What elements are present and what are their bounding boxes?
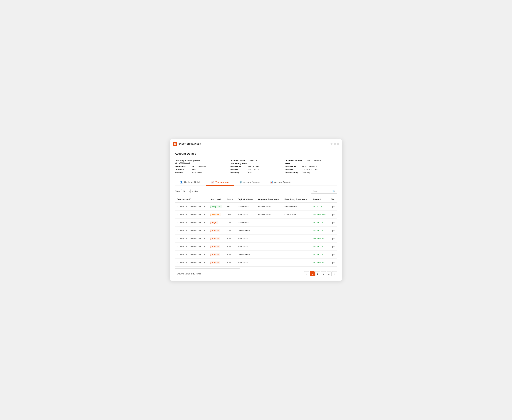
cell-beneficiary-bank xyxy=(282,219,310,227)
scrollbar-hint[interactable] xyxy=(175,268,240,269)
table-row[interactable]: CODVST00000000000000715 High 210 Kevin B… xyxy=(175,219,337,227)
cell-account: +50000.00$ xyxy=(310,219,329,227)
table-row[interactable]: CODVST00000000000000715 Critical 430 Ann… xyxy=(175,259,337,267)
tab-customer-details[interactable]: 👤 Customer Details xyxy=(175,179,206,186)
bank-name-right-row: Bank Name : TR00000000001 xyxy=(285,165,337,167)
cell-score: 210 xyxy=(225,219,235,227)
customer-details-icon: 👤 xyxy=(180,180,183,183)
window-minimize[interactable] xyxy=(334,143,336,145)
cell-originator-bank: Finance Bank xyxy=(256,211,282,219)
cell-alert-level: Critical xyxy=(208,243,225,251)
cell-transaction-id: CODVST00000000000000715 xyxy=(175,211,208,219)
window-close[interactable] xyxy=(331,143,332,145)
logo-icon: S xyxy=(173,142,177,146)
alert-badge: Critical xyxy=(211,245,220,248)
cell-originator-bank xyxy=(256,227,282,235)
cell-score: 430 xyxy=(225,259,235,267)
bank-country-row: Bank Country : Germany xyxy=(285,171,337,173)
table-row[interactable]: CODVST00000000000000715 Critical 430 Ann… xyxy=(175,243,337,251)
bank-city-row: Bank City : Berlin xyxy=(230,171,282,173)
currency-label: Currency xyxy=(175,168,189,171)
page-next-btn[interactable]: › xyxy=(332,271,337,276)
cell-status: Ope xyxy=(329,251,337,259)
cell-alert-level: Critical xyxy=(208,259,225,267)
table-row[interactable]: CODVST00000000000000715 Very Low 50 Kevi… xyxy=(175,202,337,211)
bank-name-right-value: TR00000000001 xyxy=(302,165,317,167)
account-analysis-icon: 📊 xyxy=(270,180,273,183)
search-box: 🔍 xyxy=(311,189,337,194)
table-footer: Showing 1 to 10 of 10 entries ‹ 1 2 3 ..… xyxy=(175,271,337,276)
customer-number-value: CD00000000001 xyxy=(306,159,321,162)
cell-transaction-id: CODVST00000000000000715 xyxy=(175,243,208,251)
cell-alert-level: Medium xyxy=(208,211,225,219)
cell-transaction-id: CODVST00000000000000715 xyxy=(175,251,208,259)
page-1-btn[interactable]: 1 xyxy=(310,271,315,276)
bank-name-mid-value: Finance Bank xyxy=(247,165,259,167)
cell-account: +42000.00$ xyxy=(310,243,329,251)
table-controls: Show 10 25 50 100 entries 🔍 xyxy=(175,189,337,194)
account-balance-icon: ⚙️ xyxy=(239,180,242,183)
table-row[interactable]: CODVST00000000000000715 Medium 150 Anna … xyxy=(175,211,337,219)
account-section-left: Checking Account (EURO) CDTL0000000001 A… xyxy=(175,159,227,174)
bank-name-mid-label: Bank Name xyxy=(230,165,244,167)
app-logo: S SANCTION SCANNER xyxy=(173,142,201,146)
account-info: Checking Account (EURO) CDTL0000000001 A… xyxy=(175,159,337,174)
page-2-btn[interactable]: 2 xyxy=(315,271,320,276)
page-3-btn[interactable]: 3 xyxy=(321,271,326,276)
page-prev-btn[interactable]: ‹ xyxy=(304,271,309,276)
cell-status: Ope xyxy=(329,259,337,267)
iban-row: IBAN : ** xyxy=(285,162,337,165)
tab-account-analysis-label: Account Analysis xyxy=(274,181,291,183)
col-beneficiary-bank: Beneficiary Bank Name xyxy=(282,196,310,202)
page-dots-btn[interactable]: ... xyxy=(327,271,331,276)
cell-originator-name: Anna White xyxy=(235,211,256,219)
cell-account: +650000.00$ xyxy=(310,235,329,243)
cell-status: Ope xyxy=(329,243,337,251)
search-input[interactable] xyxy=(313,190,331,192)
onboarding-time-value: ** xyxy=(250,162,251,165)
customer-number-label: Customer Number xyxy=(285,159,302,162)
entries-select[interactable]: 10 25 50 100 xyxy=(181,189,191,193)
cell-originator-bank: Finance Bank xyxy=(256,202,282,211)
balance-label: Balance xyxy=(175,171,189,174)
cell-score: 150 xyxy=(225,211,235,219)
iban-label: IBAN xyxy=(285,162,299,165)
tab-transactions[interactable]: 📈 Transactions xyxy=(206,179,234,186)
bank-city-label: Bank City xyxy=(230,171,244,173)
alert-badge: Critical xyxy=(211,237,220,240)
tab-transactions-label: Transactions xyxy=(215,181,229,183)
cell-originator-bank xyxy=(256,235,282,243)
account-id-row: Account ID : AC0000008021 xyxy=(175,165,227,168)
cell-beneficiary-bank: Finance Bank xyxy=(282,202,310,211)
bank-country-label: Bank Country xyxy=(285,171,299,173)
balance-row: Balance : 152930.00 xyxy=(175,171,227,174)
alert-badge: Critical xyxy=(211,229,220,232)
currency-value: Euro xyxy=(192,168,196,171)
currency-row: Currency : Euro xyxy=(175,168,227,171)
cell-status: Ope xyxy=(329,227,337,235)
alert-badge: Medium xyxy=(211,213,221,216)
cell-alert-level: Very Low xyxy=(208,202,225,211)
bank-bic-mid-value: CDVT2500001 xyxy=(247,168,260,171)
window-maximize[interactable] xyxy=(337,143,339,145)
cell-alert-level: High xyxy=(208,219,225,227)
cell-alert-level: Critical xyxy=(208,227,225,235)
table-row[interactable]: CODVST00000000000000715 Critical 430 Chr… xyxy=(175,251,337,259)
app-window: S SANCTION SCANNER Account Details Check… xyxy=(170,139,342,281)
page-title: Account Details xyxy=(175,152,337,155)
table-row[interactable]: CODVST00000000000000715 Critical 310 Chr… xyxy=(175,227,337,235)
col-originator-bank: Orginator Bank Name xyxy=(256,196,282,202)
table-body: CODVST00000000000000715 Very Low 50 Kevi… xyxy=(175,202,337,266)
table-row[interactable]: CODVST00000000000000715 Critical 430 Ann… xyxy=(175,235,337,243)
cell-originator-name: Christina Leo xyxy=(235,227,256,235)
customer-name-label: Customer Name xyxy=(230,159,246,162)
bank-city-value: Berlin xyxy=(247,171,252,173)
tab-account-analysis[interactable]: 📊 Account Analysis xyxy=(265,179,296,186)
tab-account-balance[interactable]: ⚙️ Account Balance xyxy=(234,179,265,186)
showing-text: Showing 1 to 10 of 10 entries xyxy=(175,272,203,276)
col-transaction-id: Transaction ID xyxy=(175,196,208,202)
col-originator-name: Orginator Name xyxy=(235,196,256,202)
alert-badge: Critical xyxy=(211,261,220,264)
cell-account: +12000.00$ xyxy=(310,227,329,235)
account-section-middle: Customer Name : Jane Doe Onboarding Time… xyxy=(230,159,282,174)
